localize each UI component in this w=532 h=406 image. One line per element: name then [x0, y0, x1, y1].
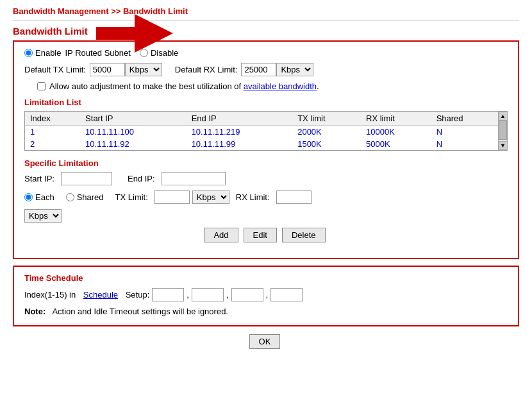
schedule-input-2[interactable]	[192, 288, 224, 301]
svg-marker-0	[96, 14, 173, 53]
table-cell-start_ip: 10.11.11.92	[80, 138, 187, 150]
default-rx-input[interactable]	[241, 63, 276, 76]
schedule-input-4[interactable]	[270, 288, 303, 301]
add-button[interactable]: Add	[204, 228, 238, 242]
shared-radio-label[interactable]: Shared	[66, 192, 104, 202]
page-title: Bandwidth Limit	[13, 26, 88, 37]
col-shared: Shared	[431, 112, 498, 126]
table-header-row: Index Start IP End IP TX limit RX limit …	[25, 112, 498, 126]
default-tx-input[interactable]	[90, 63, 125, 76]
main-box: Enable IP Routed Subnet Disable Default …	[13, 40, 519, 259]
table-cell-rx_limit: 10000K	[361, 126, 431, 139]
table-row[interactable]: 110.11.11.10010.11.11.2192000K10000KN	[25, 126, 498, 139]
specific-limitation-title: Specific Limitation	[24, 158, 508, 168]
tx-limit-unit-select[interactable]: Kbps Mbps	[192, 190, 229, 204]
time-schedule-box: Time Schedule Index(1-15) in Schedule Se…	[13, 266, 519, 326]
col-start-ip: Start IP	[80, 112, 187, 126]
auto-adjust-row: Allow auto adjustment to make the best u…	[37, 81, 508, 91]
rx-unit-select[interactable]: Kbps Mbps	[276, 63, 313, 76]
tx-limit-label: TX Limit:	[115, 192, 148, 202]
table-cell-end_ip: 10.11.11.219	[187, 126, 293, 139]
default-rx-label: Default RX Limit:	[175, 65, 238, 74]
enable-radio-label[interactable]: Enable	[24, 48, 61, 58]
enable-radio[interactable]	[24, 49, 33, 57]
start-end-ip-row: Start IP: End IP:	[24, 172, 508, 185]
limit-table-body: 110.11.11.10010.11.11.2192000K10000KN210…	[25, 126, 498, 151]
start-ip-input[interactable]	[61, 172, 112, 185]
scrollbar[interactable]: ▲ ▼	[498, 112, 507, 150]
col-tx-limit: TX limit	[292, 112, 361, 126]
table-row[interactable]: 210.11.11.9210.11.11.991500K5000KN	[25, 138, 498, 150]
rx-limit-input[interactable]	[276, 190, 312, 204]
table-cell-shared: N	[431, 138, 498, 150]
tx-limit-input[interactable]	[154, 190, 190, 204]
each-radio[interactable]	[24, 193, 33, 201]
scrollbar-thumb[interactable]	[499, 121, 507, 140]
rx-limit-unit-select[interactable]: Kbps Mbps	[24, 209, 62, 223]
red-arrow-icon	[96, 14, 173, 53]
rx-unit-row: Kbps Mbps	[24, 209, 508, 223]
available-bandwidth-link[interactable]: available bandwidth	[244, 81, 317, 91]
ok-button[interactable]: OK	[249, 334, 281, 349]
table-cell-end_ip: 10.11.11.99	[187, 138, 293, 150]
shared-radio[interactable]	[66, 193, 74, 201]
breadcrumb: Bandwidth Management >> Bandwidth Limit	[13, 6, 519, 21]
table-cell-index: 2	[25, 138, 80, 150]
table-cell-tx_limit: 2000K	[292, 126, 361, 139]
default-tx-label: Default TX Limit:	[24, 65, 86, 74]
schedule-link[interactable]: Schedule	[83, 290, 118, 300]
action-buttons-row: Add Edit Delete	[24, 228, 508, 242]
limitation-table-wrap: Index Start IP End IP TX limit RX limit …	[25, 112, 498, 150]
time-schedule-row: Index(1-15) in Schedule Setup: , , ,	[24, 288, 508, 301]
end-ip-label: End IP:	[128, 174, 155, 183]
schedule-input-1[interactable]	[152, 288, 184, 301]
note-text: Action and Idle Timeout settings will be…	[52, 307, 228, 316]
delete-button[interactable]: Delete	[282, 228, 326, 242]
scrollbar-track	[499, 121, 507, 141]
table-cell-shared: N	[431, 126, 498, 139]
time-schedule-title: Time Schedule	[24, 273, 508, 283]
table-cell-index: 1	[25, 126, 80, 139]
table-cell-tx_limit: 1500K	[292, 138, 361, 150]
limitation-list-title: Limitation List	[24, 97, 508, 107]
col-rx-limit: RX limit	[361, 112, 431, 126]
note-row: Note: Action and Idle Timeout settings w…	[24, 307, 508, 316]
tx-rx-row: Default TX Limit: Kbps Mbps Default RX L…	[24, 63, 508, 76]
start-ip-label: Start IP:	[24, 174, 54, 183]
table-cell-start_ip: 10.11.11.100	[80, 126, 187, 139]
col-index: Index	[25, 112, 80, 126]
schedule-input-3[interactable]	[231, 288, 263, 301]
limitation-table: Index Start IP End IP TX limit RX limit …	[25, 112, 498, 150]
note-label: Note:	[24, 307, 46, 316]
each-radio-label[interactable]: Each	[24, 192, 54, 202]
table-cell-rx_limit: 5000K	[361, 138, 431, 150]
ok-row: OK	[13, 334, 519, 349]
scrollbar-down-btn[interactable]: ▼	[499, 141, 508, 150]
auto-adjust-checkbox[interactable]	[37, 82, 46, 90]
edit-button[interactable]: Edit	[244, 228, 277, 242]
limitation-container: Index Start IP End IP TX limit RX limit …	[24, 111, 508, 151]
rx-limit-label: RX Limit:	[236, 192, 270, 202]
tx-unit-select[interactable]: Kbps Mbps	[125, 63, 162, 76]
col-end-ip: End IP	[187, 112, 293, 126]
each-shared-row: Each Shared TX Limit: Kbps Mbps RX Limit…	[24, 190, 508, 204]
page-title-row: Bandwidth Limit	[13, 26, 519, 37]
end-ip-input[interactable]	[162, 172, 226, 185]
scrollbar-up-btn[interactable]: ▲	[499, 112, 508, 121]
specific-limitation-section: Specific Limitation Start IP: End IP: Ea…	[24, 158, 508, 242]
